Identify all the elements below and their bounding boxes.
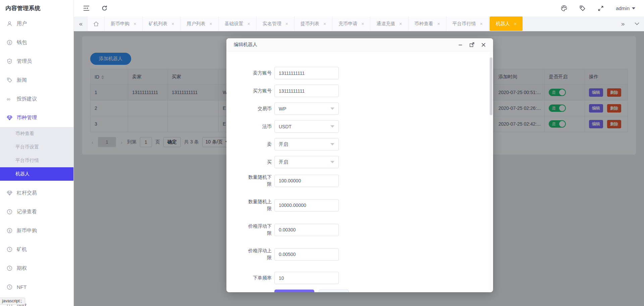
price-float-min-input[interactable] xyxy=(274,224,339,236)
dollar-coin-icon: $ xyxy=(7,228,12,233)
sidebar-item-label: 管理员 xyxy=(17,58,32,64)
sidebar-subitem-platform-coin-settings[interactable]: 平台币设置 xyxy=(0,140,73,154)
form-row-price-float-min: 价格浮动下限 xyxy=(245,223,493,237)
tab-miner-list[interactable]: 矿机列表× xyxy=(143,16,180,31)
minimize-icon[interactable] xyxy=(458,43,463,47)
close-tab-icon[interactable]: × xyxy=(437,21,440,27)
clock-icon xyxy=(7,209,12,215)
close-tab-icon[interactable]: × xyxy=(480,21,483,27)
form-row-fiat: 法币 USDT xyxy=(245,120,493,133)
qty-max-input[interactable] xyxy=(274,199,339,212)
tab-coin-view[interactable]: 币种查看× xyxy=(409,16,446,31)
sidebar-item-label: 记录查看 xyxy=(17,209,37,215)
submit-button[interactable] xyxy=(274,290,314,292)
chevron-down-icon xyxy=(330,143,334,145)
sidebar-menu: 用户 $ 钱包 管理员 新闻 ∞ 投拆建议 币种管理 币种查看 平台币设置 平台… xyxy=(0,14,73,306)
sidebar-item-label: 矿机 xyxy=(17,246,27,253)
tab-platform-coin-market[interactable]: 平台币行情× xyxy=(446,16,489,31)
modal-header: 编辑机器人 xyxy=(226,38,493,51)
form-row-buy-switch: 买 开启 xyxy=(245,156,493,168)
tabbar: « 新币申购× 矿机列表× 用户列表× 基础设置× 实名管理× 提币列表× 充币… xyxy=(74,16,644,31)
tab-deposit-request[interactable]: 充币申请× xyxy=(332,16,370,31)
theme-palette-icon[interactable] xyxy=(561,5,567,11)
tag-icon[interactable] xyxy=(579,5,586,11)
refresh-icon[interactable] xyxy=(102,5,107,11)
order-frequency-input[interactable] xyxy=(274,272,339,284)
sidebar-item-users[interactable]: 用户 xyxy=(0,14,73,33)
tab-user-list[interactable]: 用户列表× xyxy=(180,16,218,31)
close-tab-icon[interactable]: × xyxy=(171,21,174,27)
sidebar-subitem-robot[interactable]: 机器人 xyxy=(0,167,73,181)
sidebar-subitem-coin-view[interactable]: 币种查看 xyxy=(0,127,73,140)
close-icon[interactable] xyxy=(481,43,486,47)
collapse-menu-icon[interactable] xyxy=(83,5,90,11)
form-row-buyer-account: 买方账号 xyxy=(245,85,493,97)
price-float-max-input[interactable] xyxy=(274,248,339,261)
sidebar-item-nft[interactable]: NFT xyxy=(0,277,73,296)
modal-title: 编辑机器人 xyxy=(234,42,257,48)
sidebar-item-news[interactable]: 新闻 xyxy=(0,71,73,89)
clock-icon xyxy=(7,265,12,271)
sidebar-item-label: 投拆建议 xyxy=(17,96,37,102)
form-row-qty-max: 数量随机上限 xyxy=(245,198,493,212)
form-row-price-float-max: 价格浮动上限 xyxy=(245,247,493,261)
tab-robot[interactable]: 机器人× xyxy=(490,16,523,31)
clock-icon xyxy=(7,247,12,252)
edit-robot-modal: 编辑机器人 卖方账号 买方账号 交易币 WP 法币 USD xyxy=(226,38,493,292)
sidebar-item-feedback[interactable]: ∞ 投拆建议 xyxy=(0,89,73,108)
sidebar-item-admins[interactable]: 管理员 xyxy=(0,52,73,71)
qty-min-input[interactable] xyxy=(274,175,339,187)
fiat-select[interactable]: USDT xyxy=(274,120,339,133)
maximize-icon[interactable] xyxy=(470,42,474,47)
trade-coin-select[interactable]: WP xyxy=(274,102,339,115)
modal-form: 卖方账号 买方账号 交易币 WP 法币 USDT 卖 开启 买 开启 数量随机下… xyxy=(226,51,493,292)
tab-channel-deposit[interactable]: 通道充值× xyxy=(370,16,408,31)
close-tab-icon[interactable]: × xyxy=(361,21,364,27)
dollar-coin-icon: $ xyxy=(7,40,12,45)
sidebar-subitem-platform-coin-market[interactable]: 平台币行情 xyxy=(0,154,73,167)
fullscreen-icon[interactable] xyxy=(598,5,604,11)
app-title: 内容管理系统 xyxy=(0,0,73,13)
tabs-menu-icon[interactable] xyxy=(630,16,644,31)
modal-scrollbar[interactable] xyxy=(490,52,492,291)
scrollbar-thumb[interactable] xyxy=(490,57,492,115)
sidebar-item-leverage-trade[interactable]: 杠杆交易 xyxy=(0,183,73,202)
close-tab-icon[interactable]: × xyxy=(285,21,288,27)
sidebar-item-coin-management[interactable]: 币种管理 xyxy=(0,108,73,127)
home-tab[interactable] xyxy=(88,16,105,31)
gem-icon xyxy=(7,190,12,196)
tab-new-coin[interactable]: 新币申购× xyxy=(105,16,143,31)
sidebar-menu-lower: 杠杆交易 记录查看 $ 新币申购 矿机 期权 NFT xyxy=(0,183,73,306)
form-row-seller-account: 卖方账号 xyxy=(245,67,493,79)
sidebar-item-wallet[interactable]: $ 钱包 xyxy=(0,33,73,52)
tabs-scroll-left-icon[interactable]: « xyxy=(74,16,88,31)
tab-kyc-management[interactable]: 实名管理× xyxy=(257,16,294,31)
sidebar-item-records[interactable]: 记录查看 xyxy=(0,202,73,221)
modal-actions xyxy=(274,290,493,292)
tab-basic-settings[interactable]: 基础设置× xyxy=(219,16,257,31)
seller-account-input[interactable] xyxy=(274,67,339,79)
close-tab-icon[interactable]: × xyxy=(514,21,517,27)
user-menu[interactable]: admin xyxy=(616,5,635,11)
tab-withdraw-list[interactable]: 提币列表× xyxy=(294,16,332,31)
close-tab-icon[interactable]: × xyxy=(209,21,212,27)
cancel-button[interactable] xyxy=(319,290,349,292)
form-row-trade-coin: 交易币 WP xyxy=(245,102,493,115)
sidebar-item-label: 期权 xyxy=(17,265,27,271)
sidebar-item-label: 新币申购 xyxy=(17,227,37,234)
buy-select[interactable]: 开启 xyxy=(274,156,339,168)
tabs-scroll-right-icon[interactable]: » xyxy=(616,16,630,31)
close-tab-icon[interactable]: × xyxy=(133,21,136,27)
coin-management-submenu: 币种查看 平台币设置 平台币行情 机器人 xyxy=(0,127,73,181)
infinity-icon: ∞ xyxy=(7,96,12,102)
tag-icon xyxy=(7,77,12,83)
buyer-account-input[interactable] xyxy=(274,85,339,97)
close-tab-icon[interactable]: × xyxy=(248,21,250,27)
sell-select[interactable]: 开启 xyxy=(274,138,339,150)
sidebar-item-new-coin[interactable]: $ 新币申购 xyxy=(0,221,73,240)
close-tab-icon[interactable]: × xyxy=(323,21,326,27)
form-row-sell-switch: 卖 开启 xyxy=(245,138,493,150)
sidebar-item-miner[interactable]: 矿机 xyxy=(0,240,73,259)
close-tab-icon[interactable]: × xyxy=(399,21,402,27)
sidebar-item-options[interactable]: 期权 xyxy=(0,259,73,277)
